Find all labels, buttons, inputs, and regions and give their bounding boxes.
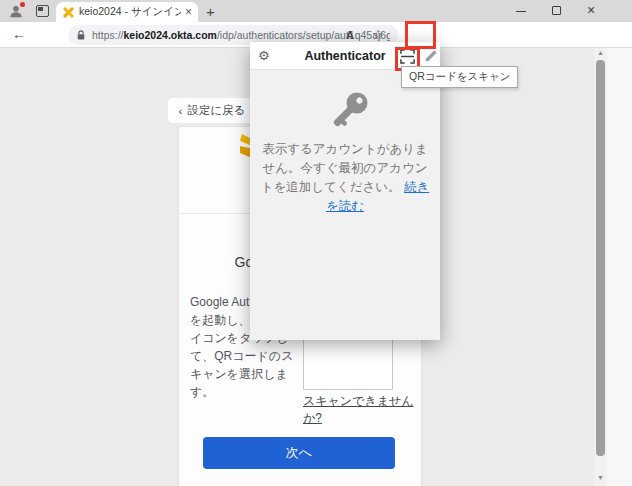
- edit-pencil-icon[interactable]: [424, 49, 438, 63]
- scroll-down-icon[interactable]: ▼: [597, 474, 604, 481]
- site-favicon-icon: [62, 7, 73, 18]
- key-icon: [330, 88, 378, 140]
- tab-actions-icon[interactable]: [36, 5, 49, 17]
- read-aloud-icon[interactable]: A: [346, 29, 354, 41]
- notification-dot: [20, 2, 25, 7]
- next-button[interactable]: 次へ: [203, 437, 395, 469]
- scroll-up-icon[interactable]: ▲: [597, 49, 604, 56]
- back-to-settings-link[interactable]: ‹ 設定に戻る: [168, 98, 256, 123]
- window-close-button[interactable]: ×: [587, 2, 595, 18]
- browser-tab[interactable]: keio2024 - サインイン ×: [56, 2, 198, 22]
- new-tab-button[interactable]: +: [206, 3, 215, 20]
- cant-scan-link[interactable]: スキャンできませんか?: [303, 393, 415, 427]
- annotation-box-extension: [405, 21, 436, 49]
- scrollbar-thumb[interactable]: [596, 60, 605, 456]
- tab-title: keio2024 - サインイン: [79, 5, 181, 19]
- window-maximize-button[interactable]: [552, 6, 561, 15]
- popup-empty-message: 表示するアカウントがありません。今すぐ最初のアカウントを追加してください。 続き…: [257, 140, 433, 216]
- lock-icon[interactable]: [76, 29, 86, 41]
- window-minimize-button[interactable]: [516, 11, 526, 12]
- title-bar: keio2024 - サインイン × + ×: [0, 0, 632, 22]
- chevron-left-icon: ‹: [179, 105, 183, 117]
- tab-close-icon[interactable]: ×: [185, 6, 192, 18]
- scan-qr-tooltip: QRコードをスキャン: [401, 66, 518, 88]
- edge-sidebar: o + ⚙: [607, 48, 632, 486]
- back-button[interactable]: ←: [12, 26, 26, 42]
- add-favorite-icon[interactable]: ☆: [372, 27, 384, 42]
